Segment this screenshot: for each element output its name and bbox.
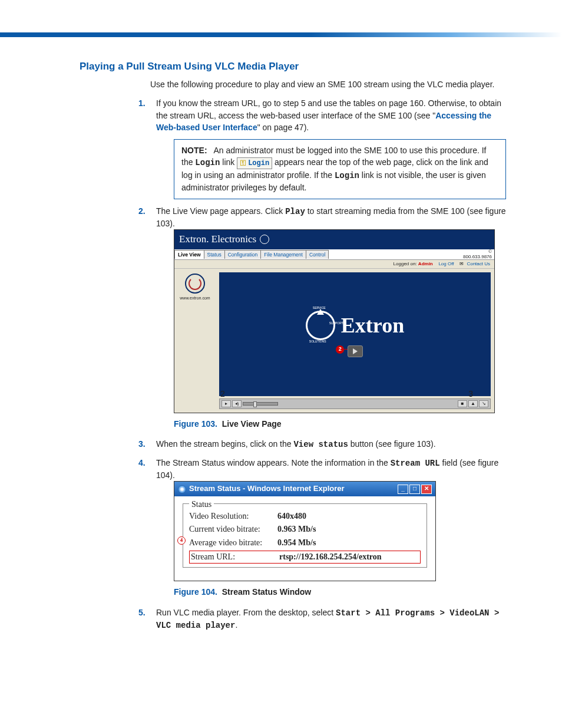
- fig103-body: www.extron.com SERVICE SUPPORT SOLUTIONS: [174, 269, 494, 413]
- step-number: 1.: [138, 97, 146, 109]
- player-splash: SERVICE SUPPORT SOLUTIONS Extron: [306, 310, 404, 341]
- sidebar-logo-icon: [185, 274, 205, 294]
- logoff-link[interactable]: Log Off: [438, 261, 454, 266]
- mail-icon: ✉: [459, 261, 464, 266]
- tab-control[interactable]: Control: [306, 250, 329, 259]
- play-button[interactable]: [348, 345, 363, 357]
- ctrl-stop-icon[interactable]: ■: [458, 400, 467, 407]
- brand-text: Extron. Electronics: [179, 232, 256, 247]
- step-text: The Live View page appears. Click Play t…: [156, 206, 506, 228]
- tab-configuration[interactable]: Configuration: [224, 250, 262, 259]
- key-icon: ⚿: [240, 159, 246, 166]
- step-number: 2.: [138, 205, 146, 217]
- fig103-main: SERVICE SUPPORT SOLUTIONS Extron 2: [216, 269, 494, 413]
- figure-104: Stream Status - Windows Internet Explore…: [174, 481, 436, 581]
- step-5: 5. Run VLC media player. From the deskto…: [138, 607, 506, 632]
- window-title: Stream Status - Windows Internet Explore…: [189, 483, 345, 495]
- sidebar-url: www.extron.com: [176, 295, 214, 301]
- note-label: NOTE:: [181, 146, 207, 155]
- row-average-bitrate: 4 Average video bitrate: 0.954 Mb/s: [189, 536, 421, 549]
- callout-badge: 2: [336, 345, 344, 354]
- fig103-tab-row: Live View Status Configuration File Mana…: [174, 249, 494, 261]
- note-box: NOTE: An administrator must be logged in…: [174, 139, 506, 199]
- fig103-header: Extron. Electronics: [174, 230, 494, 249]
- maximize-button[interactable]: □: [409, 485, 420, 494]
- figure-104-caption: Figure 104. Stream Status Window: [174, 586, 506, 598]
- tab-file-management[interactable]: File Management: [260, 250, 306, 259]
- window-buttons: _ □ ✕: [398, 485, 432, 494]
- tab-status[interactable]: Status: [204, 250, 225, 259]
- step-2: 2. The Live View page appears. Click Pla…: [138, 205, 506, 430]
- contact-link[interactable]: Contact Us: [467, 261, 490, 266]
- player-controls: ▸ ◂) ■ ▲ ↘: [219, 398, 491, 409]
- procedure-list: 1. If you know the stream URL, go to ste…: [138, 97, 506, 631]
- section-heading: Playing a Pull Stream Using VLC Media Pl…: [80, 61, 506, 73]
- ie-icon: [178, 485, 186, 493]
- login-pill: ⚿Login: [237, 157, 272, 169]
- minimize-button[interactable]: _: [398, 485, 408, 494]
- fieldset-legend: Status: [189, 499, 214, 510]
- figure-103: Extron. Electronics Live View Status Con…: [174, 229, 495, 413]
- brand-logo-icon: [260, 235, 269, 244]
- volume-slider[interactable]: [243, 402, 278, 406]
- row-stream-url: Stream URL: rtsp://192.168.254.254/extro…: [189, 551, 421, 564]
- step-number: 4.: [138, 457, 146, 469]
- fig103-header-right: © 800.633.9876: [463, 249, 494, 260]
- ctrl-fullscreen-icon[interactable]: ↘: [479, 400, 488, 407]
- step-text: When the stream begins, click on the Vie…: [156, 439, 436, 449]
- video-player: SERVICE SUPPORT SOLUTIONS Extron 2: [219, 272, 491, 396]
- splash-brand: Extron: [341, 310, 404, 341]
- login-pill-text: Login: [248, 159, 269, 167]
- figure-103-caption: Figure 103. Live View Page: [174, 418, 506, 430]
- ctrl-status-icon[interactable]: ▲: [468, 400, 478, 407]
- step-1: 1. If you know the stream URL, go to ste…: [138, 97, 506, 199]
- step-text: Run VLC media player. From the desktop, …: [156, 608, 499, 630]
- row-current-bitrate: Current video bitrate: 0.963 Mb/s: [189, 523, 421, 536]
- fig104-titlebar: Stream Status - Windows Internet Explore…: [174, 482, 435, 496]
- fig103-status-bar: Logged on: Admin Log Off ✉ Contact Us: [174, 260, 494, 269]
- step-number: 5.: [138, 607, 146, 618]
- fig103-tabs: Live View Status Configuration File Mana…: [174, 250, 328, 259]
- step-text: If you know the stream URL, go to step 5…: [156, 98, 501, 132]
- row-resolution: Video Resolution: 640x480: [189, 510, 421, 523]
- play-icon: [353, 348, 358, 354]
- step-4: 4. The Stream Status window appears. Not…: [138, 457, 506, 598]
- fig104-body: Status Video Resolution: 640x480 Current…: [174, 496, 435, 581]
- step-3: 3. When the stream begins, click on the …: [138, 438, 506, 450]
- top-color-bar: [0, 32, 562, 37]
- ctrl-mute-icon[interactable]: ◂): [232, 400, 242, 407]
- status-fieldset: Status Video Resolution: 640x480 Current…: [183, 503, 427, 568]
- ctrl-play-icon[interactable]: ▸: [222, 400, 231, 407]
- fig103-sidebar: www.extron.com: [174, 269, 216, 413]
- callout-4: 4: [177, 536, 186, 545]
- page-content: Playing a Pull Stream Using VLC Media Pl…: [0, 37, 562, 631]
- step-number: 3.: [138, 438, 146, 450]
- step-text: The Stream Status window appears. Note t…: [156, 458, 498, 480]
- close-button[interactable]: ✕: [421, 485, 432, 494]
- intro-paragraph: Use the following procedure to play and …: [150, 78, 506, 90]
- tab-live-view[interactable]: Live View: [174, 250, 204, 259]
